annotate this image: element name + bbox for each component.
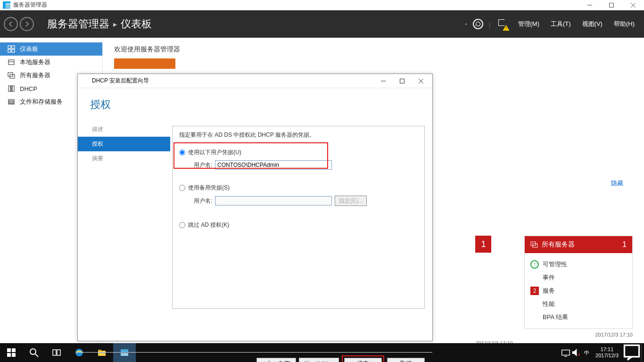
tile-row-performance[interactable]: 性能 [530, 297, 627, 311]
step-description[interactable]: 描述 [78, 122, 170, 137]
menu-tools[interactable]: 工具(T) [548, 20, 574, 28]
system-tray: ✕ 中 17:11 2017/12/3 [561, 343, 644, 362]
chevron-right-icon: ▸ [113, 20, 117, 29]
svg-rect-24 [53, 350, 56, 355]
dialog-minimize-button[interactable] [374, 74, 393, 88]
nav-local-server[interactable]: 本地服务器 [0, 56, 102, 69]
start-button[interactable] [0, 343, 23, 362]
svg-rect-13 [8, 101, 14, 103]
show-desktop-button[interactable] [641, 343, 644, 362]
quick-start-strip [114, 58, 175, 69]
window-titlebar: 服务器管理器 [0, 0, 644, 10]
tile-timestamp-2: 2017/12/3 17:10 [524, 332, 633, 337]
dhcp-wizard-dialog: DHCP 安装后配置向导 授权 描述 授权 摘要 指定要用于在 AD DS 中授… [77, 74, 433, 341]
app-header: 服务器管理器 ▸ 仪表板 • | ! 管理(M) 工具(T) 视图(V) 帮助(… [0, 10, 644, 38]
tray-time: 17:11 [595, 346, 619, 353]
svg-rect-12 [8, 99, 14, 101]
radio-use-alternate[interactable] [179, 185, 185, 191]
wizard-content-pane: 指定要用于在 AD DS 中授权此 DHCP 服务器的凭据。 使用以下用户凭据(… [172, 126, 425, 309]
welcome-heading: 欢迎使用服务器管理器 [114, 45, 633, 54]
tile-row-manageability[interactable]: ↑可管理性 [530, 258, 627, 271]
dialog-maximize-button[interactable] [393, 74, 412, 88]
svg-rect-32 [562, 350, 570, 355]
tile-row-services[interactable]: 2服务 [530, 284, 627, 297]
wizard-steps: 描述 授权 摘要 [78, 122, 170, 352]
cancel-button[interactable]: 取消 [387, 358, 425, 362]
nav-dashboard-label: 仪表板 [20, 45, 38, 53]
option-skip-auth[interactable]: 跳过 AD 授权(K) [179, 221, 418, 229]
tile-title: 所有服务器 [542, 240, 575, 249]
nav-back-button[interactable] [4, 17, 18, 31]
server-icon [8, 58, 15, 66]
svg-rect-21 [12, 353, 16, 357]
tile-row-bpa[interactable]: BPA 结果 [530, 311, 627, 324]
maximize-button[interactable] [601, 0, 622, 10]
nav-dashboard[interactable]: 仪表板 [0, 42, 102, 56]
tray-date: 2017/12/3 [595, 353, 619, 359]
nav-local-label: 本地服务器 [20, 58, 50, 66]
breadcrumb: 服务器管理器 ▸ 仪表板 [47, 17, 152, 31]
breadcrumb-root: 服务器管理器 [47, 17, 109, 31]
dialog-title: DHCP 安装后配置向导 [92, 77, 149, 85]
tray-network-icon[interactable] [561, 343, 571, 362]
svg-rect-25 [57, 350, 60, 355]
radio-skip-ad[interactable] [179, 222, 185, 228]
username-label: 用户名: [190, 161, 212, 169]
window-title: 服务器管理器 [13, 1, 47, 9]
svg-rect-17 [400, 79, 405, 83]
option-use-alt-creds[interactable]: 使用备用凭据(S) [179, 184, 418, 192]
dhcp-icon [8, 85, 15, 92]
tile-all-servers[interactable]: 所有服务器 1 ↑可管理性 事件 2服务 性能 BPA 结果 [524, 236, 633, 329]
menu-help[interactable]: 帮助(H) [611, 20, 637, 28]
dialog-close-button[interactable] [412, 74, 430, 88]
notifications-button[interactable]: ! [496, 17, 510, 31]
previous-button[interactable]: < 上一步(P) [256, 358, 296, 362]
svg-rect-5 [8, 60, 14, 65]
tray-notifications[interactable] [622, 343, 641, 362]
alt-username-label: 用户名: [190, 197, 212, 205]
svg-rect-14 [8, 103, 14, 104]
minimize-button[interactable] [579, 0, 601, 10]
app-icon [83, 78, 89, 84]
svg-point-22 [30, 349, 36, 354]
svg-marker-34 [572, 349, 577, 357]
step-summary[interactable]: 摘要 [78, 151, 170, 166]
nav-all-label: 所有服务器 [20, 71, 50, 80]
nav-forward-button[interactable] [20, 17, 34, 31]
svg-rect-9 [8, 86, 10, 91]
tile-row-events[interactable]: 事件 [530, 271, 627, 284]
svg-rect-20 [7, 353, 11, 357]
svg-rect-1 [8, 46, 11, 49]
commit-button[interactable]: 提交 [344, 358, 382, 362]
highlight-box-commit: 提交 [342, 355, 384, 362]
menu-manage[interactable]: 管理(M) [515, 20, 543, 28]
up-arrow-icon: ↑ [530, 260, 539, 269]
dashboard-icon [8, 45, 15, 53]
hide-link[interactable]: 隐藏 [611, 179, 623, 188]
username-input[interactable] [215, 160, 332, 170]
close-button[interactable] [622, 0, 644, 10]
dialog-titlebar: DHCP 安装后配置向导 [78, 74, 432, 88]
option-use-current-creds[interactable]: 使用以下用户凭据(U) [179, 148, 418, 156]
tray-volume-icon[interactable]: ✕ [571, 343, 581, 362]
alt-username-input [215, 196, 332, 206]
tile-partial-count: 1 [475, 236, 491, 253]
svg-rect-18 [7, 348, 11, 352]
task-view-button[interactable] [45, 343, 68, 362]
servers-icon [8, 72, 15, 79]
svg-rect-4 [12, 49, 15, 52]
step-authorization[interactable]: 授权 [78, 137, 170, 151]
svg-rect-10 [11, 86, 12, 91]
radio-use-current[interactable] [179, 149, 185, 156]
tile-count: 1 [622, 240, 627, 249]
breadcrumb-page: 仪表板 [121, 17, 152, 31]
refresh-button[interactable] [473, 19, 483, 29]
tray-clock[interactable]: 17:11 2017/12/3 [592, 346, 622, 359]
svg-rect-3 [8, 49, 11, 52]
menu-view[interactable]: 视图(V) [579, 20, 605, 28]
svg-rect-35 [624, 345, 639, 356]
tray-ime[interactable]: 中 [581, 343, 592, 362]
search-button[interactable] [23, 343, 45, 362]
svg-line-23 [35, 354, 38, 357]
wizard-footer: < 上一步(P) 下一步(N) > 提交 取消 [78, 352, 432, 362]
